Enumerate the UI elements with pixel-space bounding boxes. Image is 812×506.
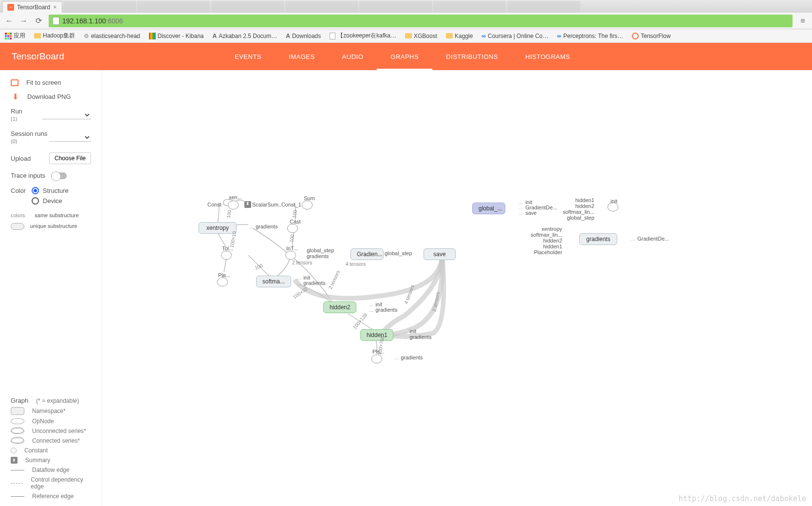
xen-node[interactable] bbox=[228, 201, 239, 209]
grad-ann-sm: gradients bbox=[297, 280, 325, 286]
color-label: Color bbox=[11, 187, 26, 205]
tab-images[interactable]: IMAGES bbox=[275, 43, 329, 70]
tensorboard-favicon: ~ bbox=[7, 4, 14, 11]
cast-node[interactable] bbox=[287, 224, 298, 233]
menu-button[interactable]: ≡ bbox=[798, 17, 807, 25]
url-text: 192.168.1.100:6006 bbox=[62, 17, 123, 25]
pls-node[interactable] bbox=[371, 355, 382, 363]
browser-tab-inactive[interactable] bbox=[507, 1, 580, 13]
controls-sidebar: Fit to screen ⬇Download PNG Run(1) Sessi… bbox=[0, 70, 102, 506]
global-step-label: global_step bbox=[385, 250, 412, 256]
sum-node[interactable] bbox=[302, 201, 313, 209]
graph-legend: Graph(* = expandable) Namespace* OpNode … bbox=[0, 395, 102, 501]
run-label: Run bbox=[11, 108, 22, 115]
session-label: Session runs bbox=[11, 130, 47, 137]
color-device-radio[interactable]: Device bbox=[32, 197, 69, 205]
graph-canvas[interactable]: Const xen... ⬍ ScalarSum..Const_1 Sum xe… bbox=[102, 70, 812, 506]
tol-node[interactable] bbox=[221, 251, 232, 260]
tab-events[interactable]: EVENTS bbox=[221, 43, 275, 70]
browser-tab-active[interactable]: ~ TensorBoard × bbox=[2, 1, 62, 13]
trace-label: Trace inputs bbox=[11, 172, 45, 179]
bookmark-item[interactable]: Hadoop集群 bbox=[34, 32, 75, 40]
save-node[interactable]: save bbox=[424, 248, 456, 260]
tab-distributions[interactable]: DISTRIBUTIONS bbox=[432, 43, 512, 70]
gradien-node[interactable]: Gradien... bbox=[351, 248, 384, 260]
global-node[interactable]: global_... bbox=[472, 203, 505, 214]
gradients-ann2: gradients bbox=[307, 253, 329, 259]
bookmark-item[interactable]: ∞Perceptrons: The firs… bbox=[557, 33, 623, 39]
trace-inputs-row: Trace inputs bbox=[0, 168, 102, 183]
global-step-ann: global_step bbox=[307, 247, 334, 253]
apps-button[interactable]: 应用 bbox=[5, 32, 25, 40]
download-icon: ⬇ bbox=[11, 92, 19, 101]
close-tab-icon[interactable]: × bbox=[53, 3, 57, 11]
colors-legend-row: colors same substructure bbox=[0, 208, 102, 222]
browser-tab-inactive[interactable] bbox=[211, 1, 284, 13]
gradients-node[interactable]: gradients bbox=[579, 233, 617, 245]
brand-title: TensorBoard bbox=[12, 51, 221, 62]
browser-tab-inactive[interactable] bbox=[285, 1, 358, 13]
browser-tab-strip: ~ TensorBoard × bbox=[0, 0, 812, 13]
init-inputs: hidden1 hidden2 softmax_lin... global_st… bbox=[563, 197, 594, 221]
trace-toggle[interactable] bbox=[51, 172, 67, 179]
bookmark-item[interactable]: ⚙elasticsearch-head bbox=[84, 33, 140, 39]
grad-ann-h2: gradients bbox=[369, 307, 397, 313]
fit-icon bbox=[11, 79, 18, 86]
pla-node[interactable] bbox=[217, 278, 228, 286]
url-input[interactable]: 192.168.1.100:6006 bbox=[49, 15, 793, 27]
upload-label: Upload bbox=[11, 155, 31, 162]
bookmark-item[interactable]: ∞Coursera | Online Co… bbox=[481, 33, 548, 39]
header-tabs: EVENTS IMAGES AUDIO GRAPHS DISTRIBUTIONS… bbox=[221, 43, 584, 70]
bookmark-item[interactable]: Kaggle bbox=[446, 33, 473, 39]
choose-file-button[interactable]: Choose File bbox=[49, 152, 91, 164]
tab-graphs[interactable]: GRAPHS bbox=[377, 43, 432, 70]
color-row: Color Structure Device bbox=[0, 183, 102, 208]
forward-button[interactable]: → bbox=[19, 17, 28, 25]
run-select[interactable] bbox=[42, 111, 91, 119]
bookmark-item[interactable]: Discover - Kibana bbox=[149, 33, 204, 39]
run-selector-row: Run(1) bbox=[0, 104, 102, 126]
tab-title: TensorBoard bbox=[17, 4, 50, 11]
bookmark-item[interactable]: AAzkaban 2.5 Docum… bbox=[213, 33, 277, 39]
bookmark-item[interactable]: TensorFlow bbox=[632, 33, 670, 39]
page-icon bbox=[53, 17, 59, 25]
init-ann-h1: init bbox=[403, 328, 416, 334]
reload-button[interactable]: ⟳ bbox=[34, 17, 43, 25]
address-bar: ← → ⟳ 192.168.1.100:6006 ≡ bbox=[0, 13, 812, 29]
browser-tab-inactive[interactable] bbox=[433, 1, 506, 13]
int-node[interactable] bbox=[285, 251, 296, 260]
tab-audio[interactable]: AUDIO bbox=[329, 43, 377, 70]
grad-ann-h1: gradients bbox=[403, 334, 431, 340]
bookmark-item[interactable]: XGBoost bbox=[405, 33, 437, 39]
hidden2-node[interactable]: hidden2 bbox=[323, 301, 356, 313]
xen-label: xen... bbox=[229, 194, 242, 200]
watermark-text: http://blog.csdn.net/dabokele bbox=[679, 494, 806, 503]
color-structure-radio[interactable]: Structure bbox=[32, 187, 69, 194]
gradients-pls: gradients bbox=[394, 355, 423, 360]
const-label: Const bbox=[207, 202, 221, 207]
tab-histograms[interactable]: HISTOGRAMS bbox=[512, 43, 584, 70]
bookmark-item[interactable]: 【zookeeper在kafka… bbox=[330, 32, 396, 40]
softmax-node[interactable]: softma... bbox=[256, 276, 291, 287]
gradients-ann: gradients bbox=[249, 224, 277, 229]
tensorboard-header: TensorBoard EVENTS IMAGES AUDIO GRAPHS D… bbox=[0, 43, 812, 70]
scalar-label: ScalarSum..Const_1 bbox=[252, 202, 301, 207]
hidden1-node[interactable]: hidden1 bbox=[360, 329, 393, 341]
browser-tab-inactive[interactable] bbox=[359, 1, 432, 13]
session-selector-row: Session runs (0) bbox=[0, 126, 102, 149]
summary-icon: ⬍ bbox=[244, 201, 251, 208]
graph-edges bbox=[102, 70, 812, 506]
browser-tab-inactive[interactable] bbox=[137, 1, 210, 13]
fit-to-screen-button[interactable]: Fit to screen bbox=[0, 76, 102, 89]
download-png-button[interactable]: ⬇Download PNG bbox=[0, 89, 102, 104]
session-select[interactable] bbox=[49, 133, 91, 142]
browser-tab-inactive[interactable] bbox=[63, 1, 136, 13]
upload-row: Upload Choose File bbox=[0, 149, 102, 168]
bookmarks-bar: 应用 Hadoop集群 ⚙elasticsearch-head Discover… bbox=[0, 29, 812, 43]
bookmark-item[interactable]: ADownloads bbox=[286, 33, 321, 39]
xentropy-node[interactable]: xentropy bbox=[199, 222, 237, 234]
gradients-inputs: xentropy softmax_lin... hidden2 hidden1 … bbox=[531, 226, 562, 255]
back-button[interactable]: ← bbox=[5, 17, 14, 25]
